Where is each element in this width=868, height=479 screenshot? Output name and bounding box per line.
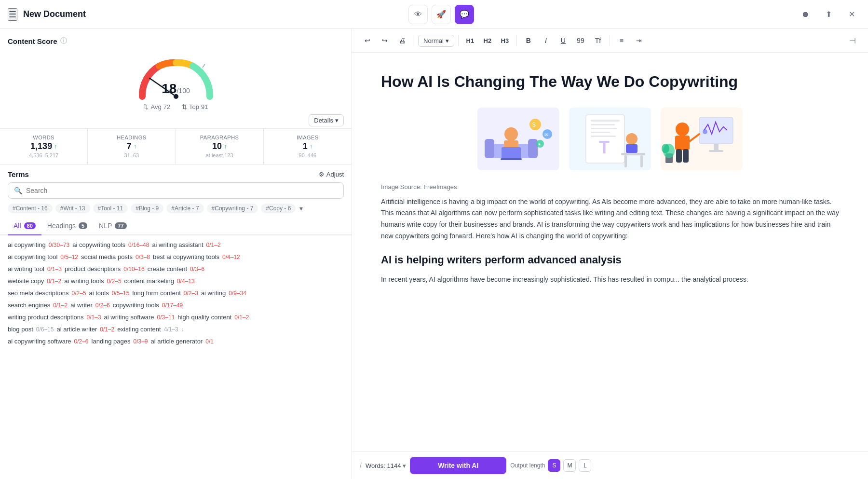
tag-copywriting[interactable]: #Copywriting - 7 [207,204,258,213]
svg-text:✉: ✉ [544,132,548,137]
list-item: website copy 0/1–2 ai writing tools 0/2–… [8,277,344,285]
term-name: ai copywriting tool [8,253,57,260]
length-m-button[interactable]: M [563,459,576,472]
italic-button[interactable]: I [538,33,554,48]
term-name: ai copywriting software [8,338,71,345]
details-label: Details [314,117,333,124]
h3-button[interactable]: H3 [497,33,513,48]
undo-button[interactable]: ↩ [360,33,375,48]
term-count: 0/16–48 [128,242,149,248]
term-name: best ai copywriting tools [153,253,219,260]
tab-headings[interactable]: Headings 5 [41,218,93,235]
toolbar: ↩ ↪ 🖨 Normal ▾ H1 H2 H3 [352,29,868,53]
style-chevron-icon: ▾ [446,37,449,44]
svg-line-2 [203,64,205,68]
quote-button[interactable]: 99 [573,33,588,48]
list-item: ai copywriting 0/30–73 ai copywriting to… [8,241,344,248]
header-right: ⏺ ⬆ ✕ [797,6,860,23]
term-name: landing pages [92,338,131,345]
close-button[interactable]: ✕ [843,6,860,23]
term-count: 4/1–3 [164,326,178,333]
h1-label: H1 [466,37,475,44]
list-item: ai copywriting tool 0/5–12 social media … [8,253,344,260]
length-l-button[interactable]: L [579,459,591,472]
stat-paragraphs: PARAGRAPHS 10 ↑ at least 123 [176,129,264,164]
tab-all-badge: 80 [24,222,36,229]
tab-nlp[interactable]: NLP 77 [93,218,132,235]
svg-text:T: T [599,137,610,157]
main-layout: Content Score ⓘ [0,29,868,479]
chat-button[interactable]: 💬 [455,5,474,24]
style-select[interactable]: Normal ▾ [418,35,454,47]
toolbar-divider [414,35,414,46]
term-name: ai writing assistant [152,241,203,248]
gauge-section: 18/100 ⇅ Avg 72 ⇅ Top 91 [0,49,352,112]
svg-rect-9 [502,147,521,159]
svg-point-35 [676,123,689,136]
h2-button[interactable]: H2 [480,33,495,48]
stat-images: IMAGES 1 ↑ 90–446 [264,129,352,164]
info-icon[interactable]: ⓘ [60,37,67,45]
redo-button[interactable]: ↪ [377,33,393,48]
word-count-label: Words: 1144 [366,462,401,469]
term-name: ai writing [201,289,226,297]
stat-headings: HEADINGS 7 ↑ 31–63 [88,129,176,164]
menu-button[interactable]: ☰ [8,8,17,21]
toolbar-divider-2 [458,35,459,46]
details-button[interactable]: Details ▾ [309,114,344,126]
tag-content[interactable]: #Content - 16 [8,204,53,213]
collapse-button[interactable]: ⊣ [845,33,860,48]
slash-icon: / [360,462,362,469]
view-button[interactable]: 👁 [408,5,428,24]
svg-rect-29 [640,155,643,167]
length-s-button[interactable]: S [548,459,560,472]
term-name: website copy [8,277,44,285]
write-with-ai-button[interactable]: Write with AI [410,457,506,474]
editor-content[interactable]: How AI Is Changing The Way We Do Copywri… [352,53,868,452]
tag-copy[interactable]: #Copy - 6 [261,204,296,213]
tags-more-icon[interactable]: ▾ [299,205,303,212]
adjust-button[interactable]: ⚙ Adjust [319,171,344,178]
svg-rect-38 [676,149,682,163]
stat-words-label: WORDS [8,135,80,140]
h2-label: H2 [484,37,492,44]
h1-button[interactable]: H1 [462,33,478,48]
svg-point-42 [662,144,669,153]
svg-rect-10 [501,158,522,160]
stat-words-range: 4,536–5,217 [8,152,80,158]
bold-button[interactable]: B [521,33,536,48]
words-up-icon: ↑ [54,143,57,150]
svg-rect-19 [591,120,620,122]
print-button[interactable]: 🖨 [394,33,410,48]
italic-icon: I [545,37,547,44]
content-score-header: Content Score ⓘ [0,29,352,49]
term-name: ai writing software [104,314,154,321]
rocket-button[interactable]: 🚀 [432,5,451,24]
tab-all[interactable]: All 80 [8,218,41,235]
tag-article[interactable]: #Article - 7 [166,204,203,213]
stat-paragraphs-value: 10 ↑ [184,141,256,151]
indent-button[interactable]: ⇥ [631,33,647,48]
tag-tool[interactable]: #Tool - 11 [93,204,128,213]
record-icon: ⏺ [801,10,809,19]
h3-label: H3 [501,37,509,44]
bottom-bar: / Words: 1144 ▾ Write with AI Output len… [352,452,868,479]
record-button[interactable]: ⏺ [797,6,814,23]
word-count-button[interactable]: Words: 1144 ▾ [366,462,406,469]
svg-point-34 [703,129,707,134]
content-score-label: Content Score [8,37,57,45]
svg-rect-26 [626,144,637,153]
bold-icon: B [526,37,531,44]
search-input[interactable] [26,187,338,194]
align-button[interactable]: ≡ [614,33,629,48]
term-name: blog post [8,326,33,333]
stat-images-label: IMAGES [271,135,344,140]
share-button[interactable]: ⬆ [820,6,837,23]
underline-button[interactable]: U [556,33,571,48]
adjust-icon: ⚙ [319,171,325,178]
tag-blog[interactable]: #Blog - 9 [131,204,163,213]
format-button[interactable]: Tf [590,33,606,48]
tag-writ[interactable]: #Writ - 13 [55,204,90,213]
term-name: social media posts [81,253,133,260]
quote-icon: 99 [577,37,584,44]
